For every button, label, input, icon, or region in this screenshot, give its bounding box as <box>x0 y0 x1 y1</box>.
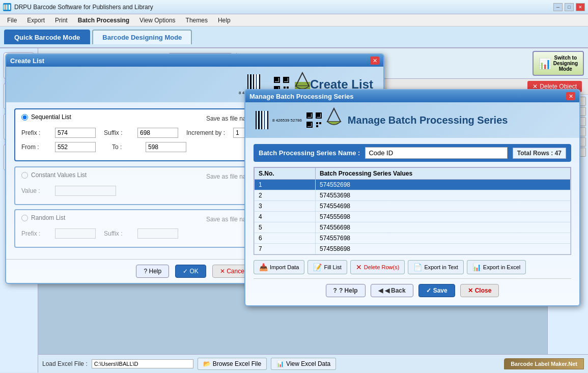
close-x-icon: ✕ <box>468 287 473 294</box>
table-row[interactable]: 1574552698 <box>255 180 571 190</box>
title-bar: DRPU Barcode Software for Publishers and… <box>0 0 588 14</box>
row-value: 574556698 <box>315 222 570 233</box>
prefix-label: Prefix : <box>21 129 47 136</box>
create-list-title: Create List <box>10 57 44 65</box>
maximize-button[interactable]: □ <box>565 3 574 11</box>
random-radio[interactable] <box>21 215 28 221</box>
app-icon <box>3 3 11 11</box>
svg-rect-31 <box>307 123 311 126</box>
manage-batch-body: Batch Processing Series Name : Total Row… <box>245 138 579 305</box>
row-sno: 4 <box>255 212 316 222</box>
value-input[interactable] <box>55 186 116 196</box>
random-suffix-label: Suffix : <box>104 230 129 237</box>
row-sno: 5 <box>255 222 316 233</box>
mode-tabs: Quick Barcode Mode Barcode Designing Mod… <box>0 26 588 48</box>
svg-rect-34 <box>316 125 318 127</box>
menu-view-options[interactable]: View Options <box>134 16 180 25</box>
export-excel-icon: 📊 <box>472 263 481 271</box>
random-prefix-label: Prefix : <box>21 230 47 237</box>
increment-label: Increment by : <box>186 129 225 136</box>
svg-rect-29 <box>317 113 320 117</box>
delete-rows-btn[interactable]: ✕ Delete Row(s) <box>350 260 405 274</box>
fill-list-btn[interactable]: 📝 Fill List <box>307 260 347 274</box>
batch-table: S.No. Batch Processing Series Values 157… <box>254 167 571 254</box>
random-suffix-input[interactable] <box>137 228 178 239</box>
row-value: 574553698 <box>315 190 570 201</box>
manage-batch-header-title: Manage Batch Processing Series <box>348 114 508 126</box>
suffix-input[interactable] <box>137 128 178 138</box>
batch-help-btn[interactable]: ? ? Help <box>326 284 366 297</box>
menu-help[interactable]: Help <box>213 16 236 25</box>
tab-quick-barcode[interactable]: Quick Barcode Mode <box>4 30 90 44</box>
export-text-icon: 📄 <box>413 263 422 271</box>
dialog-overlay: Create List ✕ 8 426539 52786 <box>0 48 588 372</box>
random-prefix-input[interactable] <box>55 228 96 239</box>
suffix-label: Suffix : <box>104 129 129 136</box>
prefix-input[interactable] <box>55 128 96 138</box>
to-input[interactable] <box>146 142 186 152</box>
create-list-ok-btn[interactable]: ✓ OK <box>175 265 206 278</box>
batch-back-btn[interactable]: ◀ ◀ Back <box>371 284 413 297</box>
menu-bar: File Export Print Batch Processing View … <box>0 14 588 26</box>
close-button[interactable]: ✕ <box>576 3 585 11</box>
batch-action-btns: 📥 Import Data 📝 Fill List ✕ Delete Row(s… <box>254 260 571 274</box>
table-row[interactable]: 4574555698 <box>255 212 571 222</box>
sequential-label: Sequential List <box>31 113 71 121</box>
random-label: Random List <box>31 214 65 221</box>
table-row[interactable]: 6574557698 <box>255 233 571 244</box>
delete-row-icon: ✕ <box>356 263 362 271</box>
menu-file[interactable]: File <box>2 16 22 25</box>
batch-save-btn[interactable]: ✓ Save <box>418 284 455 297</box>
manage-batch-titlebar: Manage Batch Processing Series ✕ <box>245 90 579 102</box>
row-sno: 7 <box>255 244 316 254</box>
table-row[interactable]: 5574556698 <box>255 222 571 233</box>
row-value: 574558698 <box>315 244 570 254</box>
row-sno: 1 <box>255 180 316 190</box>
col-sno-header: S.No. <box>255 168 316 180</box>
value-label: Value : <box>21 187 47 194</box>
menu-print[interactable]: Print <box>50 16 73 25</box>
from-input[interactable] <box>55 142 96 152</box>
menu-batch-processing[interactable]: Batch Processing <box>73 16 134 25</box>
row-sno: 3 <box>255 201 316 212</box>
manage-batch-title: Manage Batch Processing Series <box>249 93 353 100</box>
manage-batch-close-btn[interactable]: ✕ <box>566 92 575 100</box>
col-values-header: Batch Processing Series Values <box>315 168 570 180</box>
constant-radio[interactable] <box>21 172 28 179</box>
svg-rect-0 <box>4 5 5 10</box>
row-value: 574554698 <box>315 201 570 212</box>
tab-barcode-designing[interactable]: Barcode Designing Mode <box>92 30 192 44</box>
svg-rect-33 <box>319 122 321 124</box>
import-data-btn[interactable]: 📥 Import Data <box>254 260 304 274</box>
row-value: 574552698 <box>315 180 570 190</box>
table-row[interactable]: 2574553698 <box>255 190 571 201</box>
row-value: 574555698 <box>315 212 570 222</box>
import-icon: 📥 <box>259 263 268 271</box>
svg-rect-20 <box>284 78 288 81</box>
back-icon: ◀ <box>378 287 383 294</box>
menu-export[interactable]: Export <box>22 16 50 25</box>
row-value: 574557698 <box>315 233 570 244</box>
sequential-radio[interactable] <box>21 114 28 121</box>
export-excel-btn[interactable]: 📊 Export in Excel <box>467 260 526 274</box>
svg-rect-27 <box>307 113 311 117</box>
help-icon: ? <box>333 287 337 294</box>
batch-name-input[interactable] <box>365 147 507 159</box>
svg-rect-23 <box>284 87 286 89</box>
export-text-btn[interactable]: 📄 Export in Text <box>408 260 463 274</box>
table-row[interactable]: 7574558698 <box>255 244 571 254</box>
menu-themes[interactable]: Themes <box>181 16 213 25</box>
from-label: From : <box>21 144 47 151</box>
batch-close-btn[interactable]: ✕ Close <box>460 284 499 297</box>
batch-dialog-actions: ? ? Help ◀ ◀ Back ✓ Save ✕ Close <box>254 278 571 299</box>
create-list-close-btn[interactable]: ✕ <box>370 56 379 65</box>
svg-rect-32 <box>316 122 318 124</box>
minimize-button[interactable]: ─ <box>553 3 563 11</box>
window-controls: ─ □ ✕ <box>553 3 585 11</box>
create-list-help-btn[interactable]: ? Help <box>136 265 169 278</box>
manage-batch-header: 8 426539 52786 <box>245 102 579 138</box>
batch-total-label: Total Rows : 47 <box>513 148 566 159</box>
batch-table-container: S.No. Batch Processing Series Values 157… <box>254 167 571 255</box>
table-row[interactable]: 3574554698 <box>255 201 571 212</box>
fill-icon: 📝 <box>313 263 322 271</box>
